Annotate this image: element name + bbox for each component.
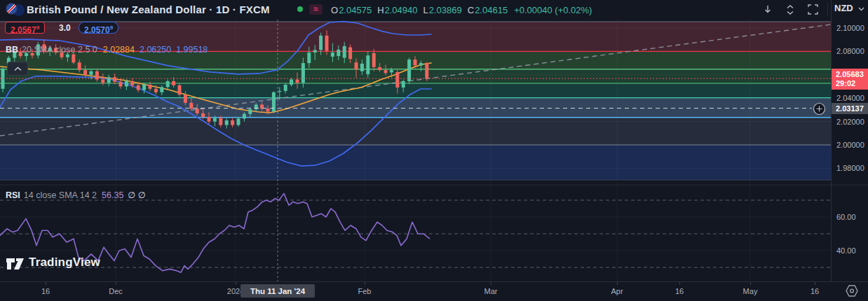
pill-distance-label: 3.0 — [59, 23, 71, 33]
quick-settings-hexagon-icon[interactable] — [843, 283, 861, 299]
time-axis[interactable]: 16Dec2024FebMarApr16May16Thu 11 Jan '24 — [0, 281, 868, 301]
time-axis-label: Dec — [109, 287, 123, 295]
crosshair-time-box: Thu 11 Jan '24 — [240, 284, 315, 298]
time-axis-label: 16 — [41, 287, 50, 295]
time-axis-label: Feb — [358, 287, 372, 295]
chevron-up-icon — [14, 66, 22, 71]
price-axis[interactable]: 2.100002.080002.040002.020002.000001.980… — [831, 0, 868, 281]
time-axis-tick — [236, 282, 236, 285]
data-mode-icon[interactable]: ≈ — [309, 4, 323, 15]
rsi-value: 56.35 — [102, 190, 123, 200]
low-value: 2.03869 — [429, 5, 462, 15]
price-axis-label: 2.00000 — [836, 141, 864, 149]
high-value: 2.04940 — [385, 5, 418, 15]
rsi-axis-label: 60.00 — [836, 213, 856, 221]
rsi-params: 14 close SMA 14 2 — [24, 190, 97, 200]
time-axis-tick — [750, 282, 751, 285]
time-axis-tick — [815, 282, 815, 285]
bb-params: 20 SMA close 2.5 0 — [22, 45, 97, 55]
time-axis-tick — [617, 282, 618, 285]
market-open-dot[interactable] — [297, 6, 303, 12]
rsi-extra-values: ∅ ∅ — [128, 190, 145, 200]
alert-price-label-blue[interactable]: 2.05709 — [79, 22, 118, 34]
change-value: +0.00040 (+0.02%) — [514, 5, 592, 15]
tradingview-logo-text: TradingView — [29, 255, 100, 270]
time-axis-tick — [679, 282, 680, 285]
rsi-axis-label: 40.00 — [836, 246, 856, 255]
symbol-title[interactable]: British Pound / New Zealand Dollar · 1D … — [27, 4, 270, 15]
crosshair-price-box: 2.03137 — [832, 103, 868, 114]
bb-indicator-legend[interactable]: BB20 SMA close 2.5 02.028842.062501.9951… — [6, 45, 208, 55]
tradingview-logo[interactable]: TradingView — [6, 255, 100, 270]
fullscreen-frame-icon — [808, 4, 818, 15]
price-axis-label: 2.02000 — [836, 118, 864, 126]
uk-flag-icon — [6, 3, 18, 15]
symbol-flag-icon — [6, 3, 27, 17]
low-label: L — [423, 5, 428, 15]
header-divider — [827, 3, 828, 16]
close-value: 2.04615 — [475, 5, 508, 15]
time-axis-tick — [491, 282, 491, 285]
close-label: C — [468, 5, 474, 15]
bb-upper-value: 2.06250 — [140, 45, 171, 55]
add-alert-plus-icon[interactable] — [813, 102, 826, 115]
time-axis-tick — [365, 282, 365, 285]
time-axis-label: Mar — [484, 287, 498, 295]
time-axis-tick — [116, 282, 116, 285]
price-axis-label: 2.04000 — [836, 94, 864, 102]
bb-name: BB — [6, 45, 18, 55]
tradingview-chart-window: British Pound / New Zealand Dollar · 1D … — [0, 0, 868, 301]
arrow-down-icon — [763, 5, 773, 15]
time-axis-label: 16 — [811, 287, 819, 295]
collapse-pane-button[interactable] — [781, 1, 799, 18]
legend-collapse-button[interactable] — [7, 62, 28, 76]
collapse-chevrons-icon — [785, 4, 795, 15]
time-axis-label: May — [743, 287, 758, 295]
rsi-name: RSI — [6, 190, 20, 200]
time-axis-tick — [46, 282, 46, 285]
time-axis-label: Apr — [611, 287, 623, 295]
tradingview-mark-icon — [6, 255, 25, 270]
rsi-indicator-legend[interactable]: RSI14 close SMA 14 256.35∅ ∅ — [6, 190, 146, 200]
open-label: O — [331, 5, 338, 15]
save-download-button[interactable] — [759, 1, 777, 18]
fullscreen-button[interactable] — [803, 1, 822, 18]
price-axis-label: 1.98000 — [836, 164, 864, 172]
current-price-box: 2.0568329:02 — [832, 69, 868, 90]
header-buttons — [759, 1, 822, 18]
rsi-pane — [0, 193, 831, 272]
price-axis-label: 2.10000 — [836, 24, 864, 32]
high-label: H — [377, 5, 384, 15]
bb-basis-value: 2.02884 — [103, 45, 135, 55]
price-axis-label: 2.08000 — [836, 47, 864, 55]
alert-price-label-red[interactable]: 2.05679 — [5, 22, 45, 34]
open-value: 2.04575 — [339, 5, 372, 15]
ohlc-readout: O2.04575 H2.04940 L2.03869 C2.04615 +0.0… — [331, 5, 592, 15]
bb-lower-value: 1.99518 — [176, 45, 208, 55]
time-axis-label: 16 — [675, 287, 684, 295]
